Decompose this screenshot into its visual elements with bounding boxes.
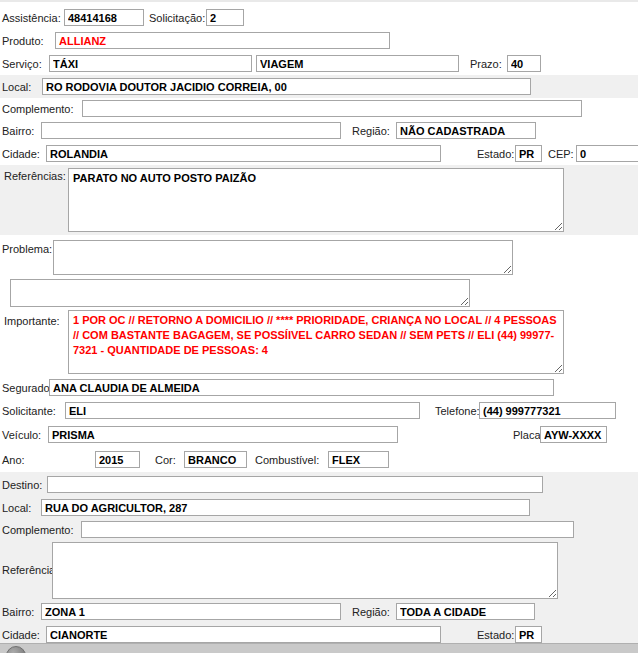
local-destino-label: Local: — [2, 502, 31, 514]
placa-input[interactable] — [540, 426, 607, 443]
complemento-input[interactable] — [82, 100, 582, 117]
bottom-toolbar — [0, 643, 638, 653]
solicitante-label: Solicitante: — [2, 405, 56, 417]
cor-label: Cor: — [155, 454, 176, 466]
prazo-input[interactable] — [507, 55, 541, 72]
estado-destino-input[interactable] — [515, 626, 542, 643]
problema-label: Problema: — [2, 243, 52, 255]
solicitacao-input[interactable] — [206, 9, 244, 26]
servico-tipo-input[interactable] — [256, 55, 459, 72]
bairro-input[interactable] — [41, 122, 341, 139]
destino-label: Destino: — [2, 479, 42, 491]
combustivel-label: Combustível: — [255, 454, 319, 466]
cidade-input[interactable] — [46, 145, 441, 162]
servico-input[interactable] — [49, 55, 252, 72]
problema-textarea[interactable] — [53, 240, 513, 275]
estado-destino-label: Estado: — [477, 629, 514, 641]
assistencia-input[interactable] — [64, 9, 144, 26]
ano-input[interactable] — [95, 451, 140, 468]
local-destino-input[interactable] — [41, 499, 530, 516]
referencias-label: Referências: — [4, 170, 66, 182]
regiao-destino-input[interactable] — [396, 603, 535, 620]
veiculo-input[interactable] — [48, 426, 398, 443]
placa-label: Placa: — [513, 429, 544, 441]
importante-textarea[interactable]: 1 POR OC // RETORNO A DOMICILIO // **** … — [68, 310, 564, 374]
regiao-input[interactable] — [396, 122, 536, 139]
solicitacao-label: Solicitação: — [149, 12, 205, 24]
observacao-textarea[interactable] — [10, 279, 470, 307]
bairro-label: Bairro: — [2, 125, 34, 137]
complemento-destino-label: Complemento: — [2, 524, 74, 536]
prazo-label: Prazo: — [470, 58, 502, 70]
ano-label: Ano: — [2, 454, 25, 466]
segurado-label: Segurado: — [2, 382, 53, 394]
complemento-label: Complemento: — [2, 103, 74, 115]
cidade-destino-input[interactable] — [46, 626, 441, 643]
cidade-label: Cidade: — [2, 148, 40, 160]
estado-label: Estado: — [477, 148, 514, 160]
bairro-destino-input[interactable] — [41, 603, 341, 620]
cep-label: CEP: — [548, 148, 574, 160]
cep-input[interactable] — [576, 145, 638, 162]
combustivel-input[interactable] — [328, 451, 389, 468]
servico-label: Serviço: — [2, 58, 42, 70]
assistance-form: Assistência: Solicitação: Produto: Servi… — [0, 0, 638, 653]
solicitante-input[interactable] — [65, 402, 420, 419]
assistencia-label: Assistência: — [2, 12, 61, 24]
regiao-destino-label: Região: — [352, 606, 390, 618]
referencia-destino-textarea[interactable] — [52, 542, 558, 599]
referencia-destino-label: Referência: — [2, 564, 58, 576]
complemento-destino-input[interactable] — [81, 521, 574, 538]
regiao-label: Região: — [352, 125, 390, 137]
local-label: Local: — [2, 81, 31, 93]
cidade-destino-label: Cidade: — [2, 629, 40, 641]
local-input[interactable] — [42, 78, 531, 95]
destino-input[interactable] — [47, 476, 543, 493]
veiculo-label: Veículo: — [2, 429, 41, 441]
segurado-input[interactable] — [49, 379, 554, 396]
bairro-destino-label: Bairro: — [2, 606, 34, 618]
estado-input[interactable] — [515, 145, 542, 162]
referencias-textarea[interactable]: PARATO NO AUTO POSTO PAIZÃO — [68, 168, 564, 232]
telefone-input[interactable] — [479, 402, 616, 419]
cor-input[interactable] — [184, 451, 247, 468]
produto-input[interactable] — [55, 32, 390, 49]
telefone-label: Telefone: — [435, 405, 480, 417]
importante-label: Importante: — [4, 315, 60, 327]
produto-label: Produto: — [2, 35, 44, 47]
